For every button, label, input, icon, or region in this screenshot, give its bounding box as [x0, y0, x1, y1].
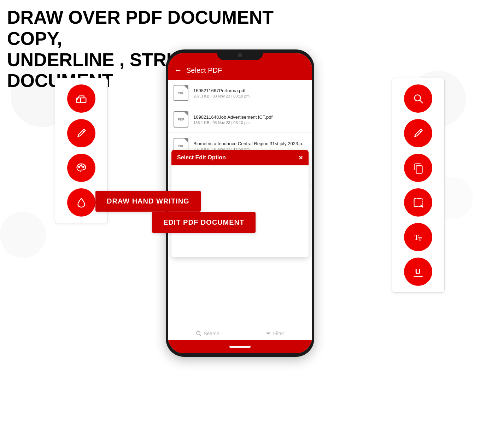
pdf-item[interactable]: PDF 1698211648Job Advertisement ICT.pdf …: [168, 106, 312, 133]
pdf-meta: 287.3 KB | 03 Nov 23 | 03:10 pm: [193, 94, 306, 98]
edit-dialog-header: Select Edit Option ×: [171, 150, 309, 165]
pencil-icon-button[interactable]: [67, 119, 95, 147]
pdf-item-info: 1698211648Job Advertisement ICT.pdf 136.…: [193, 114, 306, 125]
drop-icon-button[interactable]: [67, 188, 95, 217]
svg-point-4: [81, 165, 82, 166]
pdf-meta: 136.1 KB | 03 Nov 23 | 03:10 pm: [193, 120, 306, 125]
pen-draw-icon-button[interactable]: [404, 119, 432, 147]
eraser-icon-button[interactable]: [67, 84, 95, 113]
edit-pdf-option[interactable]: EDIT PDF DOCUMENT: [152, 212, 256, 233]
pdf-name: Biometric attendance Central Region 31st…: [193, 141, 306, 146]
svg-text:T: T: [418, 236, 422, 242]
pdf-file-icon: PDF: [174, 111, 188, 128]
text-format-icon-button[interactable]: T T: [404, 223, 432, 251]
draw-handwriting-option[interactable]: DRAW HAND WRITING: [95, 191, 201, 212]
svg-point-3: [78, 166, 80, 167]
deco-circle-2: [0, 212, 46, 258]
edit-dialog-close-button[interactable]: ×: [299, 154, 303, 161]
underline-icon-button[interactable]: U: [404, 258, 432, 286]
search-area[interactable]: Search: [196, 331, 219, 336]
svg-line-7: [420, 100, 423, 103]
svg-line-2: [83, 130, 84, 132]
svg-line-8: [420, 130, 421, 132]
right-panel: T T U: [392, 78, 445, 293]
search-icon-button[interactable]: [404, 84, 432, 113]
filter-label: Filter: [273, 331, 284, 336]
svg-point-5: [83, 166, 84, 167]
pdf-name: 1698211648Job Advertisement ICT.pdf: [193, 114, 306, 120]
app-bar-title: Select PDF: [186, 66, 222, 75]
back-button[interactable]: ←: [174, 66, 182, 75]
search-label: Search: [204, 331, 219, 336]
phone-notch: [217, 49, 263, 60]
svg-rect-9: [416, 166, 422, 173]
svg-text:U: U: [415, 267, 420, 276]
copy-icon-button[interactable]: [404, 154, 432, 182]
pdf-item-info: 1698211667Performa.pdf 287.3 KB | 03 Nov…: [193, 88, 306, 98]
palette-icon-button[interactable]: [67, 154, 95, 182]
selection-icon-button[interactable]: [404, 188, 432, 217]
filter-area[interactable]: Filter: [265, 331, 284, 336]
pdf-item[interactable]: PDF 1698211667Performa.pdf 287.3 KB | 03…: [168, 80, 312, 106]
pdf-file-icon: PDF: [174, 85, 188, 101]
phone-camera: [238, 53, 242, 57]
pdf-name: 1698211667Performa.pdf: [193, 88, 306, 93]
edit-dialog-title: Select Edit Option: [177, 154, 226, 161]
bottom-bar: Search Filter: [168, 327, 312, 340]
phone-home-bar: [168, 340, 312, 353]
home-bar-pill: [229, 346, 251, 348]
svg-line-17: [200, 335, 201, 336]
